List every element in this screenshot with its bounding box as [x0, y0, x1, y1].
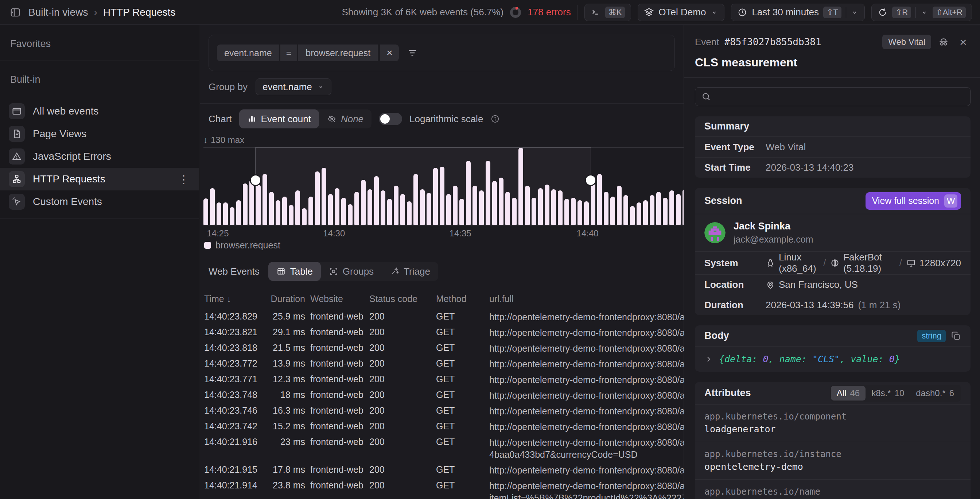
table-row[interactable]: 14:40:23.82129.1 msfrontend-web200GEThtt… [200, 325, 684, 341]
chart-bar [630, 206, 635, 225]
view-tabs-row: Web Events TableGroupsTriage [200, 256, 684, 287]
table-row[interactable]: 14:40:23.77112.3 msfrontend-web200GEThtt… [200, 372, 684, 388]
tab-triage[interactable]: Triage [382, 262, 438, 281]
body-card: Body string {delta: 0, name: "CLS", valu… [695, 325, 970, 372]
cell-web: frontend-web [310, 405, 369, 416]
chart-bar [656, 192, 661, 225]
expand-chevron-icon[interactable] [705, 355, 713, 363]
summary-card: Summary Event TypeWeb VitalStart Time202… [695, 116, 970, 178]
chart-selection[interactable] [255, 147, 591, 225]
builtin-section-label: Built-in [0, 61, 199, 96]
chart-bar [236, 200, 241, 225]
table-header: Time ↓ Duration Website Status code Meth… [200, 287, 684, 309]
chart-bar [670, 190, 674, 225]
cell-dur: 15.2 ms [253, 421, 310, 432]
attr-tab-all[interactable]: All46 [831, 386, 865, 400]
command-palette-button[interactable]: ⌘K [584, 4, 632, 21]
monitor-icon [906, 258, 916, 268]
table-row[interactable]: 14:40:21.91423.8 msfrontend-web200GEThtt… [200, 478, 684, 499]
top-bar: Built-in views › HTTP Requests Showing 3… [0, 0, 980, 25]
sidebar-item-page-views[interactable]: Page Views [0, 123, 199, 145]
group-by-select[interactable]: event.name [256, 78, 331, 95]
copy-icon[interactable] [951, 331, 961, 341]
page-icon [9, 126, 25, 142]
col-url[interactable]: url.full [489, 293, 684, 304]
filter-chip-value[interactable]: browser.request [298, 45, 378, 61]
breadcrumb-section[interactable]: Built-in views [29, 6, 88, 18]
impersonate-icon[interactable] [936, 35, 951, 49]
filter-chip-operator[interactable]: = [280, 45, 298, 61]
col-method[interactable]: Method [436, 293, 489, 304]
chart-bar [250, 180, 254, 225]
sidebar-item-http-requests[interactable]: HTTP Requests⋮ [0, 168, 199, 190]
user-email: jack@example.com [733, 234, 813, 245]
avatar [705, 222, 725, 243]
col-time[interactable]: Time ↓ [204, 293, 253, 304]
filter-chip-field[interactable]: event.name [217, 45, 279, 61]
col-duration[interactable]: Duration [253, 293, 310, 304]
search-icon [701, 92, 711, 102]
tab-groups[interactable]: Groups [321, 262, 382, 281]
url-text: http://opentelemetry-demo-frontendproxy:… [489, 343, 684, 355]
divider [846, 7, 846, 18]
table-row[interactable]: 14:40:21.91517.8 msfrontend-web200GEThtt… [200, 462, 684, 478]
filter-chip-remove[interactable]: × [380, 45, 399, 61]
url-text: http://opentelemetry-demo-frontendproxy:… [489, 327, 684, 339]
attr-tab-k8s[interactable]: k8s.*10 [865, 386, 910, 400]
table-row[interactable]: 14:40:23.82925.9 msfrontend-web200GEThtt… [200, 309, 684, 325]
attribute-filter-tabs: All46k8s.*10dash0.*6 [830, 385, 961, 402]
attr-tab-label: dash0.* [916, 388, 945, 398]
kebab-menu-icon[interactable]: ⋮ [177, 173, 190, 186]
sidebar-item-javascript-errors[interactable]: JavaScript Errors [0, 145, 199, 168]
cell-dur: 18 ms [253, 390, 310, 400]
time-range-button[interactable]: Last 30 minutes ⇧T [731, 4, 864, 21]
table-row[interactable]: 14:40:21.91623 msfrontend-web200GEThttp:… [200, 435, 684, 462]
session-row: Duration2026-03-13 14:39:56(1 m 21 s) [695, 295, 970, 315]
sidebar-toggle-icon[interactable] [8, 5, 22, 20]
dataset-label: OTel Demo [659, 6, 706, 18]
attribute-key: app.kubernetes.io/component [705, 410, 961, 423]
dataset-selector-button[interactable]: OTel Demo [638, 4, 724, 21]
sidebar: Favorites Built-in All web eventsPage Vi… [0, 25, 199, 499]
col-website[interactable]: Website [310, 293, 369, 304]
cell-method: GET [436, 421, 489, 432]
x-tick-label: 14:25 [207, 228, 229, 239]
event-title: CLS measurement [684, 49, 980, 77]
body-token: {delta: [719, 354, 757, 364]
chevron-down-icon [317, 83, 325, 91]
refresh-alt-shortcut: ⇧Alt+R [932, 6, 966, 18]
tab-table[interactable]: Table [268, 262, 321, 281]
selection-handle-left[interactable] [250, 174, 261, 186]
filter-icon[interactable] [407, 48, 418, 58]
cell-time: 14:40:23.821 [204, 327, 253, 337]
table-row[interactable]: 14:40:23.74616.3 msfrontend-web200GEThtt… [200, 403, 684, 419]
errors-count[interactable]: 178 errors [528, 6, 571, 18]
refresh-button-group[interactable]: ⇧R ⇧Alt+R [871, 4, 972, 21]
legend-item[interactable]: browser.request [200, 239, 684, 256]
user-name: Jack Spinka [733, 221, 813, 232]
selection-handle-right[interactable] [585, 174, 597, 186]
url-text: http://opentelemetry-demo-frontendproxy:… [489, 421, 684, 433]
col-status[interactable]: Status code [369, 293, 436, 304]
sidebar-item-custom-events[interactable]: Custom Events [0, 190, 199, 213]
tab-label: Table [290, 266, 313, 277]
chart-mode-none[interactable]: None [319, 110, 372, 128]
attr-tab-count: 10 [895, 388, 905, 398]
session-value: 2026-03-13 14:39:56(1 m 21 s) [765, 300, 900, 311]
log-scale-toggle[interactable] [379, 113, 402, 125]
info-icon[interactable] [490, 114, 500, 124]
breadcrumb-separator: › [94, 6, 97, 18]
chart-mode-event-count[interactable]: Event count [239, 110, 319, 128]
cell-status: 200 [369, 374, 436, 384]
event-detail-panel: Event #85f3027b855db381 Web Vital × CLS … [684, 25, 980, 499]
table-row[interactable]: 14:40:23.74818 msfrontend-web200GEThttp:… [200, 388, 684, 403]
body-type-badge: string [917, 330, 946, 342]
table-row[interactable]: 14:40:23.74215.2 msfrontend-web200GEThtt… [200, 419, 684, 435]
search-input[interactable] [716, 91, 964, 102]
attr-tab-dash0[interactable]: dash0.*6 [910, 386, 960, 400]
table-row[interactable]: 14:40:23.81821.5 msfrontend-web200GEThtt… [200, 341, 684, 356]
view-full-session-button[interactable]: View full session W [865, 192, 961, 210]
close-icon[interactable]: × [956, 35, 970, 49]
table-row[interactable]: 14:40:23.77213.9 msfrontend-web200GEThtt… [200, 356, 684, 372]
sidebar-item-all-web-events[interactable]: All web events [0, 100, 199, 123]
